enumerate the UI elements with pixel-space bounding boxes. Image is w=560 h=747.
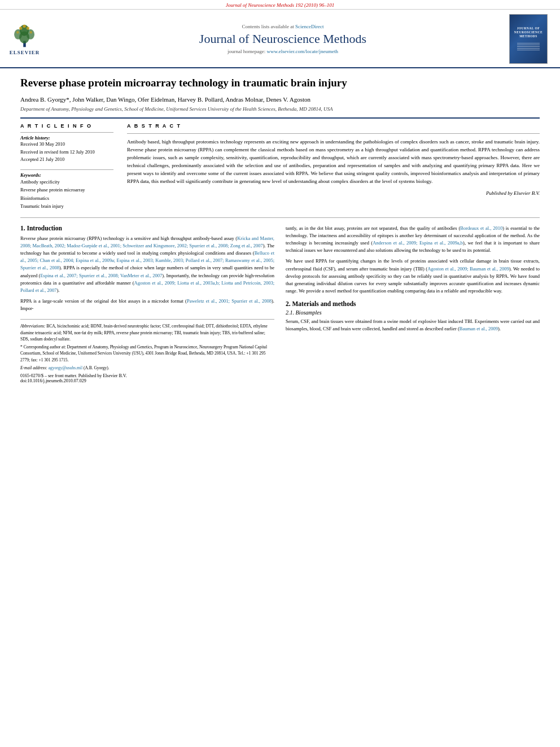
ref-espina1[interactable]: Espina et al., 2007; Spurrier et al., 20… bbox=[40, 273, 162, 278]
footnote-text: Abbreviations: BCA, bicinchoninic acid; … bbox=[20, 323, 274, 371]
footnote-area: Abbreviations: BCA, bicinchoninic acid; … bbox=[20, 319, 274, 383]
svg-point-6 bbox=[27, 27, 29, 29]
section2-title: 2. Materials and methods bbox=[286, 300, 540, 307]
ref-belluco[interactable]: Belluco et al., 2005; Chan et al., 2004;… bbox=[20, 250, 274, 270]
keywords-label: Keywords: bbox=[20, 172, 113, 178]
abstract-col: A B S T R A C T Antibody based, high thr… bbox=[127, 123, 540, 211]
article-info-col: A R T I C L E I N F O Article history: R… bbox=[20, 123, 113, 211]
svg-point-8 bbox=[30, 30, 33, 33]
svg-point-5 bbox=[19, 27, 22, 29]
section1-para-right: tantly, as in the dot blot assay, protei… bbox=[286, 225, 540, 295]
journal-header-center: Contents lists available at ScienceDirec… bbox=[60, 24, 506, 54]
email-link[interactable]: agyorgy@usuhs.mil bbox=[49, 365, 82, 370]
ref-agoston2[interactable]: Agoston et al., 2009; Bauman et al., 200… bbox=[427, 266, 509, 272]
sciencedirect-line: Contents lists available at ScienceDirec… bbox=[65, 24, 500, 29]
homepage-link[interactable]: www.elsevier.com/locate/jneumeth bbox=[267, 49, 338, 54]
body-col-right: tantly, as in the dot blot assay, protei… bbox=[286, 225, 540, 383]
authors-text: Andrea B. Gyorgy*, John Walker, Dan Wing… bbox=[20, 96, 310, 103]
journal-citation-text: Journal of Neuroscience Methods 192 (201… bbox=[226, 2, 335, 8]
ref-bordeaux[interactable]: Bordeaux et al., 2010 bbox=[460, 225, 502, 231]
journal-homepage: journal homepage: www.elsevier.com/locat… bbox=[65, 49, 500, 54]
authors-line: Andrea B. Gyorgy*, John Walker, Dan Wing… bbox=[20, 95, 540, 104]
keyword-4: Traumatic brain injury bbox=[20, 202, 113, 210]
keyword-2: Reverse phase protein microarray bbox=[20, 186, 113, 194]
section2-para1: Serum, CSF, and brain tissues were obtai… bbox=[286, 318, 540, 333]
sciencedirect-label: Contents lists available at bbox=[242, 24, 294, 29]
body-content: 1. Introduction Reverse phase protein mi… bbox=[20, 225, 540, 383]
elsevier-tree-icon bbox=[9, 23, 40, 49]
abstract-divider bbox=[127, 133, 540, 134]
journal-cover-area: JOURNAL OFNEUROSCIENCEMETHODS bbox=[506, 14, 551, 64]
ref-kricka[interactable]: Kricka and Master, 2008; MacBeath, 2002;… bbox=[20, 235, 274, 248]
abstract-header: A B S T R A C T bbox=[127, 123, 540, 129]
section1-title: 1. Introduction bbox=[20, 225, 274, 231]
elsevier-logo: ELSEVIER bbox=[9, 23, 40, 55]
keyword-1: Antibody specificity bbox=[20, 178, 113, 186]
elsevier-wordmark: ELSEVIER bbox=[10, 50, 40, 55]
abstract-text: Antibody based, high throughput proteomi… bbox=[127, 138, 540, 186]
keyword-3: Bioinformatics bbox=[20, 194, 113, 202]
article-title: Reverse phase protein microarray technol… bbox=[20, 76, 540, 90]
ref-agoston1[interactable]: Agoston et al., 2009; Liotta et al., 200… bbox=[20, 280, 274, 293]
article-history-box: Article history: Received 30 May 2010 Re… bbox=[20, 132, 113, 164]
header-divider bbox=[20, 117, 540, 119]
doi-text: doi:10.1016/j.jneumeth.2010.07.029 bbox=[20, 378, 274, 383]
history-label: Article history: bbox=[20, 135, 113, 141]
article-info-header: A R T I C L E I N F O bbox=[20, 123, 113, 129]
content-divider bbox=[20, 217, 540, 218]
received-date: Received 30 May 2010 bbox=[20, 141, 113, 148]
abbreviations-label: Abbreviations: bbox=[20, 324, 45, 329]
doi-area: 0165-0270/$ – see front matter. Publishe… bbox=[20, 373, 274, 383]
ref-bauman[interactable]: Bauman et al., 2009 bbox=[460, 326, 498, 331]
svg-point-7 bbox=[16, 30, 19, 33]
article-info-abstract: A R T I C L E I N F O Article history: R… bbox=[20, 123, 540, 211]
revised-date: Received in revised form 12 July 2010 bbox=[20, 148, 113, 156]
homepage-label: journal homepage: bbox=[228, 49, 265, 54]
elsevier-logo-area: ELSEVIER bbox=[9, 23, 60, 55]
journal-title: Journal of Neuroscience Methods bbox=[65, 32, 500, 46]
section1-para1: Reverse phase protein microarray (RPPA) … bbox=[20, 235, 274, 313]
bottom-text: 0165-0270/$ – see front matter. Publishe… bbox=[20, 373, 274, 378]
cover-decoration bbox=[517, 42, 540, 51]
ref-anderson[interactable]: Anderson et al., 2009; Espina et al., 20… bbox=[373, 240, 463, 246]
sciencedirect-link[interactable]: ScienceDirect bbox=[295, 24, 323, 29]
published-by: Published by Elsevier B.V. bbox=[127, 190, 540, 196]
affiliation-text: Department of Anatomy, Physiology and Ge… bbox=[20, 106, 540, 112]
keywords-box: Keywords: Antibody specificity Reverse p… bbox=[20, 169, 113, 211]
corresponding-label: * Corresponding author at: bbox=[20, 344, 66, 350]
cover-title: JOURNAL OFNEUROSCIENCEMETHODS bbox=[514, 27, 542, 38]
journal-header: ELSEVIER Contents lists available at Sci… bbox=[0, 10, 560, 68]
section2-subtitle: 2.1. Biosamples bbox=[286, 309, 540, 316]
ref-paweletz[interactable]: Paweletz et al., 2001; Spurrier et al., … bbox=[187, 298, 272, 304]
journal-citation-bar: Journal of Neuroscience Methods 192 (201… bbox=[0, 0, 560, 10]
svg-point-9 bbox=[23, 24, 25, 27]
journal-cover-image: JOURNAL OFNEUROSCIENCEMETHODS bbox=[509, 14, 548, 64]
accepted-date: Accepted 21 July 2010 bbox=[20, 156, 113, 164]
article-area: Reverse phase protein microarray technol… bbox=[0, 68, 560, 391]
body-col-left: 1. Introduction Reverse phase protein mi… bbox=[20, 225, 274, 383]
